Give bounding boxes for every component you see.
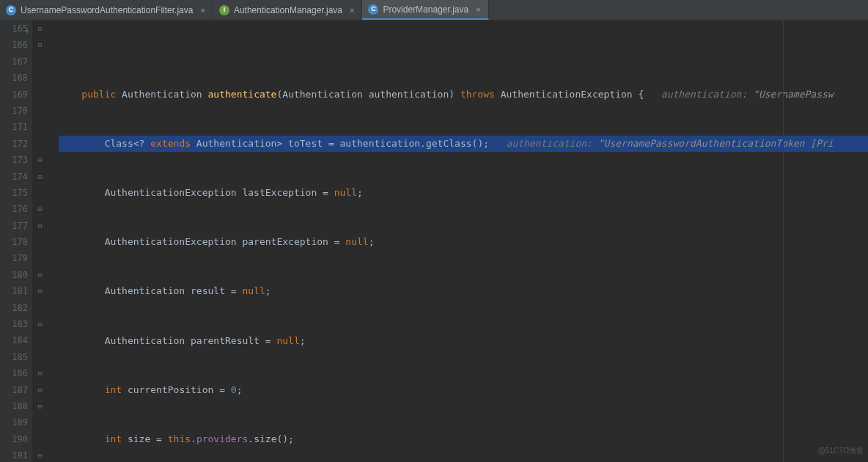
close-icon[interactable]: × [200, 6, 205, 15]
editor-tabbar: C UsernamePasswordAuthenticationFilter.j… [0, 0, 868, 21]
line-number: 169 [0, 87, 28, 103]
class-icon: C [6, 5, 16, 15]
fold-toggle-icon[interactable]: ⊟ [37, 403, 43, 410]
fold-toggle-icon[interactable]: ⊟ [37, 288, 43, 295]
line-number: 177 [0, 218, 28, 234]
line-number: 165↑ [0, 21, 28, 37]
line-number: 187 [0, 382, 28, 398]
line-number: 171 [0, 119, 28, 135]
line-number: 178 [0, 234, 28, 250]
line-number: 191 [0, 447, 28, 462]
fold-toggle-icon[interactable]: ⊟ [37, 206, 43, 213]
code-line: AuthenticationException parentException … [59, 234, 868, 250]
code-line: Authentication parentResult = null; [59, 333, 868, 349]
line-number: 175 [0, 185, 28, 201]
watermark: @51CTO博客 [818, 443, 864, 459]
code-line: Class<? extends Authentication> toTest =… [59, 136, 868, 152]
line-number: 185 [0, 349, 28, 365]
line-number: 181 [0, 283, 28, 299]
fold-toggle-icon[interactable]: ⊟ [37, 157, 43, 164]
line-number: 189 [0, 414, 28, 430]
fold-toggle-icon[interactable]: ⊟ [37, 370, 43, 377]
close-icon[interactable]: × [476, 5, 480, 14]
tab-label: AuthenticationManager.java [234, 5, 342, 15]
fold-toggle-icon[interactable]: ⊟ [37, 223, 43, 230]
line-number: 182 [0, 300, 28, 316]
line-number: 180 [0, 267, 28, 283]
fold-toggle-icon[interactable]: ⊟ [37, 452, 43, 459]
line-number: 176 [0, 201, 28, 217]
fold-toggle-icon[interactable]: ⊟ [37, 272, 43, 279]
tab-file-2[interactable]: I AuthenticationManager.java × [213, 0, 363, 20]
inlay-hint: authentication: [507, 138, 592, 149]
tab-label: UsernamePasswordAuthenticationFilter.jav… [21, 5, 193, 15]
line-number: 190 [0, 431, 28, 447]
class-icon: C [368, 4, 378, 15]
line-number: 166 [0, 37, 28, 53]
code-line: Authentication result = null; [59, 283, 868, 299]
inlay-hint-value: "UsernamePassw [753, 89, 834, 100]
line-number: 167 [0, 54, 28, 70]
line-number: 186 [0, 365, 28, 381]
tab-file-3[interactable]: C ProviderManager.java × [362, 0, 488, 20]
tab-file-1[interactable]: C UsernamePasswordAuthenticationFilter.j… [0, 0, 213, 20]
code-line: int currentPosition = 0; [59, 382, 868, 398]
line-number: 188 [0, 398, 28, 414]
line-number: 168 [0, 70, 28, 86]
code-area[interactable]: public Authentication authenticate(Authe… [59, 21, 868, 462]
line-number: 183 [0, 316, 28, 332]
line-number-gutter: 165↑166167168169170171172173174175176177… [0, 21, 32, 462]
line-number: 184 [0, 332, 28, 348]
fold-toggle-icon[interactable]: ⊟ [37, 26, 43, 32]
fold-toggle-icon[interactable]: ⊟ [37, 174, 43, 180]
inlay-hint-value: "UsernamePasswordAuthenticationToken [Pr… [598, 138, 834, 149]
line-number: 172 [0, 136, 28, 152]
fold-gutter: ⊟⊟⊟⊟⊟⊟⊟⊟⊟⊟⊟⊟⊟ [32, 21, 59, 462]
line-number: 173 [0, 152, 28, 168]
tab-label: ProviderManager.java [383, 4, 468, 15]
inlay-hint: authentication: [661, 89, 747, 100]
interface-icon: I [219, 5, 229, 15]
fold-toggle-icon[interactable]: ⊟ [37, 42, 43, 48]
line-number: 179 [0, 250, 28, 266]
code-line: public Authentication authenticate(Authe… [59, 87, 868, 103]
code-line: AuthenticationException lastException = … [59, 185, 868, 201]
fold-toggle-icon[interactable]: ⊟ [37, 387, 43, 394]
code-line: int size = this.providers.size(); [59, 431, 868, 447]
close-icon[interactable]: × [350, 6, 354, 15]
code-editor[interactable]: 165↑166167168169170171172173174175176177… [0, 21, 868, 462]
line-number: 170 [0, 103, 28, 119]
fold-toggle-icon[interactable]: ⊟ [37, 321, 43, 328]
line-number: 174 [0, 169, 28, 185]
